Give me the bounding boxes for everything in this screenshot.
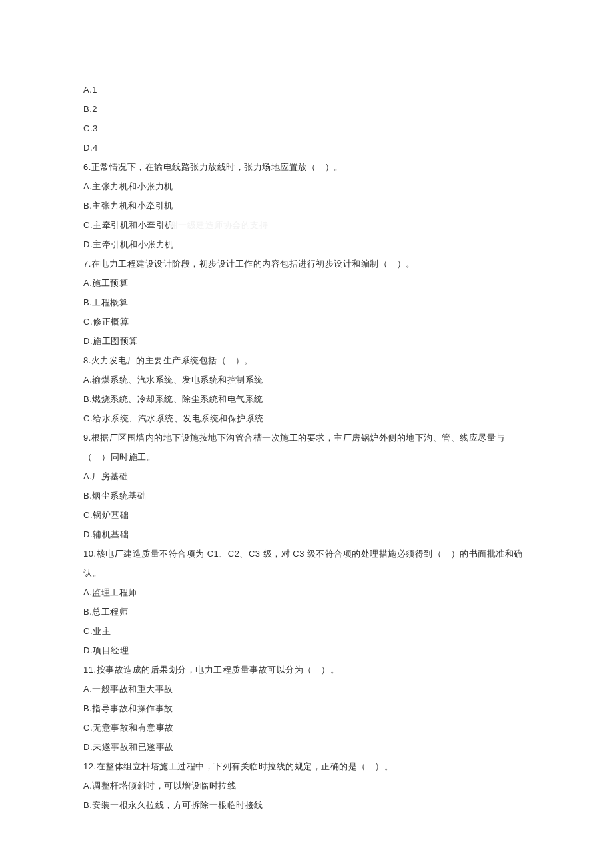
text-line: D.施工图预算 (83, 331, 530, 351)
text-line: D.4 (83, 138, 530, 157)
text-line: A.1 (83, 80, 530, 99)
text-line: B.燃烧系统、冷却系统、除尘系统和电气系统 (83, 389, 530, 409)
text-line: A.调整杆塔倾斜时，可以增设临时拉线 (83, 776, 530, 795)
text-line: D.辅机基础 (83, 525, 530, 544)
text-line: C.业主 (83, 621, 530, 641)
text-line: D.未遂事故和已遂事故 (83, 737, 530, 757)
text-line: C.3 (83, 119, 530, 138)
text-line: A.主张力机和小张力机 (83, 177, 530, 196)
text-line: 9.根据厂区围墙内的地下设施按地下沟管合槽一次施工的要求，主厂房锅炉外侧的地下沟… (83, 428, 530, 467)
text-line: B.总工程师 (83, 602, 530, 621)
text-line: 12.在整体组立杆塔施工过程中，下列有关临时拉线的规定，正确的是（ ）。 (83, 757, 530, 776)
text-line: A.监理工程师 (83, 583, 530, 602)
text-line: D.项目经理 (83, 641, 530, 660)
text-line: C.主牵引机和小牵引机 (83, 215, 530, 235)
text-line: 6.正常情况下，在输电线路张力放线时，张力场地应置放（ ）。 (83, 157, 530, 177)
text-line: B.主张力机和小牵引机 (83, 196, 530, 215)
text-line: 7.在电力工程建设设计阶段，初步设计工作的内容包括进行初步设计和编制（ ）。 (83, 254, 530, 273)
text-line: 10.核电厂建造质量不符合项为 C1、C2、C3 级，对 C3 级不符合项的处理… (83, 544, 530, 583)
text-line: 11.按事故造成的后果划分，电力工程质量事故可以分为（ ）。 (83, 660, 530, 679)
text-line: C.修正概算 (83, 312, 530, 331)
text-line: A.一般事故和重大事故 (83, 679, 530, 699)
text-line: C.无意事故和有意事故 (83, 718, 530, 737)
document-body: A.1B.2C.3D.46.正常情况下，在输电线路张力放线时，张力场地应置放（ … (83, 80, 530, 815)
text-line: B.烟尘系统基础 (83, 486, 530, 505)
text-line: B.安装一根永久拉线，方可拆除一根临时接线 (83, 795, 530, 815)
text-line: C.给水系统、汽水系统、发电系统和保护系统 (83, 409, 530, 428)
text-line: C.锅炉基础 (83, 505, 530, 525)
text-line: B.工程概算 (83, 293, 530, 312)
text-line: B.2 (83, 99, 530, 119)
text-line: B.指导事故和操作事故 (83, 699, 530, 718)
text-line: D.主牵引机和小张力机 (83, 235, 530, 254)
text-line: 8.火力发电厂的主要生产系统包括（ ）。 (83, 351, 530, 370)
text-line: A.厂房基础 (83, 467, 530, 486)
text-line: A.施工预算 (83, 273, 530, 293)
text-line: A.输煤系统、汽水系统、发电系统和控制系统 (83, 370, 530, 389)
